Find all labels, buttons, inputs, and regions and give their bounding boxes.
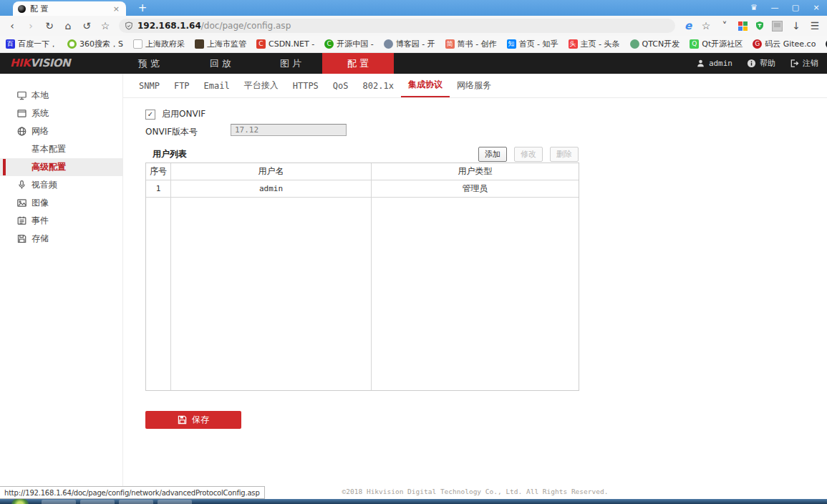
bookmark-qtcn[interactable]: QTCN开发 [630, 39, 680, 49]
tab-qos[interactable]: QoS [326, 74, 356, 97]
browser-toolbar: ‹ › ↻ ⌂ ↺ ☆ 192.168.1.64 /doc/page/confi… [0, 16, 827, 36]
copyright-footer: ©2018 Hikvision Digital Technology Co., … [185, 488, 765, 495]
tab-integration-protocol[interactable]: 集成协议 [401, 74, 450, 97]
bookmark-360search[interactable]: 360搜索，S [67, 39, 123, 49]
sidebar-item-network[interactable]: 网络 [0, 122, 122, 140]
home-icon[interactable]: ⌂ [59, 16, 77, 35]
tab-favicon-icon [18, 5, 26, 13]
zhihu-icon: 知 [507, 39, 516, 49]
tab-email[interactable]: Email [197, 74, 237, 97]
taskbar-button[interactable] [158, 500, 192, 504]
sidebar-item-event[interactable]: 事件 [0, 212, 122, 230]
minimize-button[interactable]: — [770, 3, 780, 12]
logout-label: 注销 [803, 58, 818, 69]
favorite-star-icon[interactable]: ☆ [697, 16, 715, 35]
undo-icon[interactable]: ↺ [77, 16, 96, 35]
add-user-button[interactable]: 添加 [478, 147, 507, 162]
enable-onvif-checkbox[interactable]: ✓ [145, 110, 155, 120]
start-orb[interactable] [11, 499, 29, 504]
nav-configuration[interactable]: 配 置 [322, 53, 394, 74]
nav-playback[interactable]: 回 放 [185, 53, 256, 74]
bookmark-label: 码云 Gitee.co [765, 39, 816, 49]
bookmark-cnblogs[interactable]: 博客园 - 开 [384, 39, 435, 49]
sidebar-item-advanced-config[interactable]: 高级配置 [0, 158, 122, 176]
enable-onvif-label: 启用ONVIF [162, 108, 205, 120]
logout-button[interactable]: 注销 [790, 58, 818, 69]
sidebar-item-label: 图像 [32, 197, 49, 209]
browser-tab[interactable]: 配 置 × [13, 1, 126, 16]
tab-8021x[interactable]: 802.1x [356, 74, 401, 97]
sidebar-item-audio-video[interactable]: 视音频 [0, 176, 122, 194]
bookmark-shanghai-market[interactable]: 上海市监管 [195, 39, 246, 49]
skin-icon[interactable]: ♛ [749, 3, 759, 12]
taskbar-button[interactable] [42, 500, 76, 504]
sidebar-item-image[interactable]: 图像 [0, 194, 122, 212]
taskbar-button[interactable] [119, 500, 153, 504]
browser-titlebar: 配 置 × + ♛ — ▢ × [0, 0, 827, 16]
sidebar-item-storage[interactable]: 存储 [0, 230, 122, 248]
reload-icon[interactable]: ↻ [40, 16, 59, 35]
user-list-panel: 用户列表 添加 修改 删除 序号 用户名 用户类型 1 adm [145, 145, 579, 391]
onvif-version-field[interactable] [231, 124, 347, 136]
tab-close-icon[interactable]: × [112, 4, 121, 14]
table-row[interactable]: 1 admin 管理员 [146, 180, 579, 198]
tab-ftp[interactable]: FTP [167, 74, 197, 97]
table-empty-area [146, 198, 579, 390]
bookmark-oschina[interactable]: C开源中国 - [324, 39, 373, 49]
storage-icon [16, 233, 27, 244]
monitor-icon [16, 90, 27, 101]
calendar-icon [16, 215, 27, 226]
close-button[interactable]: × [811, 3, 821, 12]
sidebar-item-local[interactable]: 本地 [0, 87, 122, 105]
site-shield-icon[interactable] [125, 21, 133, 31]
nav-preview[interactable]: 预 览 [113, 53, 185, 74]
save-button[interactable]: 保存 [145, 411, 241, 429]
sidebar-item-system[interactable]: 系统 [0, 105, 122, 122]
sidebar-item-basic-config[interactable]: 基本配置 [0, 140, 122, 158]
bookmark-label: 博客园 - 开 [396, 39, 435, 49]
user-list-buttons: 添加 修改 删除 [478, 147, 579, 162]
taskbar-button[interactable] [80, 500, 115, 504]
bookmark-csdn[interactable]: CCSDN.NET - [256, 39, 314, 49]
bookmark-star-icon[interactable]: ☆ [96, 16, 115, 35]
user-menu[interactable]: admin [696, 59, 732, 68]
tab-https[interactable]: HTTPS [286, 74, 326, 97]
bookmark-baidu[interactable]: 百百度一下， [6, 39, 57, 49]
url-bar[interactable]: 192.168.1.64 /doc/page/config.asp [119, 19, 675, 33]
modify-user-button[interactable]: 修改 [514, 147, 543, 162]
help-button[interactable]: 帮助 [747, 58, 775, 69]
cell-usertype: 管理员 [372, 180, 579, 197]
restore-button[interactable]: ▢ [790, 3, 801, 12]
security-shield-icon[interactable] [755, 21, 765, 32]
tab-snmp[interactable]: SNMP [132, 74, 167, 97]
sidebar-item-label: 本地 [32, 89, 49, 102]
bookmark-qt-community[interactable]: QQt开源社区 [690, 39, 743, 49]
bookmark-label: 主页 - 头条 [581, 39, 620, 49]
apps-grid-icon[interactable] [738, 21, 748, 31]
menu-icon[interactable]: ☰ [806, 16, 824, 35]
new-tab-button[interactable]: + [135, 1, 150, 15]
info-icon [747, 59, 756, 68]
bookmark-jianshu[interactable]: 简简书 - 创作 [445, 39, 497, 49]
bookmark-zhihu[interactable]: 知首页 - 知乎 [507, 39, 558, 49]
download-icon[interactable]: ↓ [787, 16, 806, 35]
ie-mode-icon[interactable]: e [680, 19, 697, 32]
jianshu-icon: 简 [445, 39, 455, 49]
delete-user-button[interactable]: 删除 [550, 147, 579, 162]
bookmark-shanghai-gov[interactable]: 上海政府采 [133, 39, 185, 49]
capture-icon[interactable] [772, 21, 783, 32]
user-list-title: 用户列表 [153, 148, 187, 160]
bookmark-label: QTCN开发 [642, 39, 680, 49]
back-icon[interactable]: ‹ [3, 16, 21, 35]
user-table: 序号 用户名 用户类型 1 admin 管理员 [145, 163, 579, 391]
bookmark-toutiao[interactable]: 头主页 - 头条 [569, 39, 620, 49]
window-icon [16, 108, 27, 119]
tab-platform-access[interactable]: 平台接入 [237, 74, 286, 97]
chevron-down-icon[interactable]: ˅ [715, 16, 734, 35]
forward-icon[interactable]: › [21, 16, 40, 35]
tab-network-service[interactable]: 网络服务 [450, 74, 498, 97]
bookmark-gitee[interactable]: G码云 Gitee.co [753, 39, 816, 49]
cell-no: 1 [146, 180, 171, 197]
nav-picture[interactable]: 图 片 [255, 53, 327, 74]
user-list-header: 用户列表 添加 修改 删除 [145, 145, 579, 163]
